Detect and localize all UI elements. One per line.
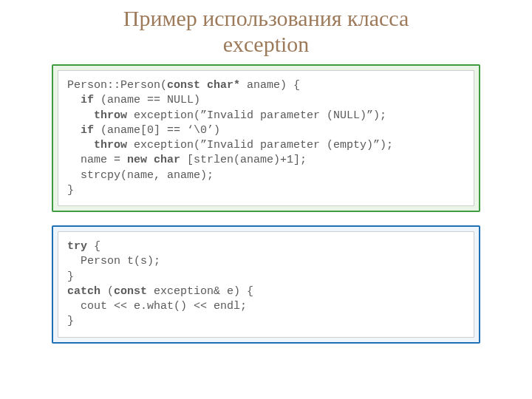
code-text: strcpy(name, aname); <box>67 169 214 182</box>
slide-title: Пример использования класса exception <box>0 0 532 61</box>
title-line-1: Пример использования класса <box>123 6 409 30</box>
code-text: [strlen(aname)+1]; <box>180 154 307 166</box>
code-block-2: try { Person t(s); } catch (const except… <box>58 231 474 338</box>
code-text <box>67 109 94 122</box>
keyword: throw <box>94 109 127 122</box>
code-text: ( <box>100 285 114 298</box>
code-text: } <box>67 270 74 283</box>
code-text <box>67 94 81 106</box>
code-text: } <box>67 315 74 327</box>
keyword: throw <box>94 139 127 151</box>
keyword: if <box>81 94 94 106</box>
code-text: aname) { <box>240 79 300 92</box>
code-text: exception(”Invalid parameter (NULL)”); <box>127 109 386 122</box>
keyword: const <box>114 285 147 298</box>
code-text: (aname == NULL) <box>94 94 200 106</box>
code-text <box>67 139 94 151</box>
keyword: try <box>67 240 87 253</box>
code-text: { <box>87 240 100 253</box>
code-text: exception& e) { <box>147 285 253 298</box>
keyword: new char <box>127 154 180 166</box>
code-block-2-outer: try { Person t(s); } catch (const except… <box>52 225 480 344</box>
code-text: name = <box>67 154 127 166</box>
code-block-1: Person::Person(const char* aname) { if (… <box>58 70 474 206</box>
slide: { "title_line1": "Пример использования к… <box>0 0 532 399</box>
code-text: Person::Person( <box>67 79 167 92</box>
code-text: cout << e.what() << endl; <box>67 300 247 313</box>
keyword: if <box>81 124 94 137</box>
code-text: } <box>67 184 74 197</box>
code-text: (aname[0] == ‘\0’) <box>94 124 220 137</box>
keyword: const char* <box>167 79 240 92</box>
keyword: catch <box>67 285 100 298</box>
code-text: exception(”Invalid parameter (empty)”); <box>127 139 393 151</box>
title-line-2: exception <box>223 32 310 56</box>
code-block-1-outer: Person::Person(const char* aname) { if (… <box>52 64 480 212</box>
code-text: Person t(s); <box>67 255 160 267</box>
code-text <box>67 124 81 137</box>
